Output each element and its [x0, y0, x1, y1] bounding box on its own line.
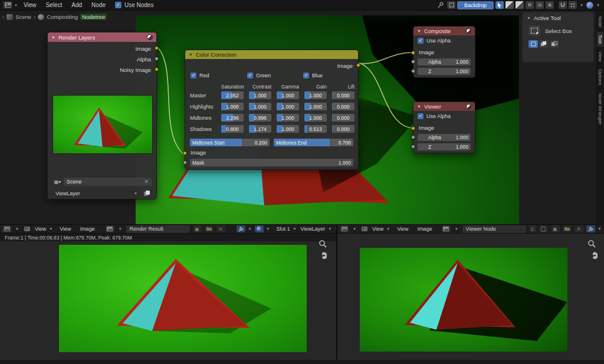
compositor-area[interactable]: ‹ Scene › Compositing Nodetree ▼ Render …	[0, 11, 604, 224]
value-slider-shadows-1[interactable]: 1.174	[249, 125, 271, 133]
use-alpha-checkbox[interactable]	[418, 38, 424, 44]
breadcrumb-scene[interactable]: Scene	[15, 14, 31, 20]
value-slider-midtones-0[interactable]: 2.296	[221, 114, 244, 122]
channel-g-button[interactable]: G	[536, 1, 544, 9]
image-editor-right[interactable]: ▼ View ▼ View Image ▼ Viewer Node 2 ▣	[337, 225, 604, 360]
color-correction-header[interactable]: ▼ Color Correction	[185, 50, 358, 59]
value-slider-highlights-0[interactable]: 1.000	[221, 103, 244, 110]
sidebar-tab-tool[interactable]: Tool	[597, 32, 603, 47]
menu-node[interactable]: Node	[87, 0, 110, 11]
alpha-input-socket[interactable]	[411, 60, 415, 64]
use-nodes-toggle[interactable]: Use Nodes	[115, 2, 153, 8]
output-socket[interactable]	[155, 57, 159, 61]
proportional-edit-icon[interactable]	[569, 1, 577, 9]
value-slider-midtones-2[interactable]: 1.000	[277, 114, 299, 122]
image-browse-icon[interactable]	[106, 225, 114, 232]
viewer-header[interactable]: ▼ Viewer	[413, 102, 475, 111]
mask-slider[interactable]: Mask 1.000	[190, 159, 353, 166]
value-slider-midtones-4[interactable]: 0.000	[332, 114, 354, 122]
value-slider-master-2[interactable]: 1.000	[277, 91, 299, 99]
use-alpha-toggle[interactable]: Use Alpha	[418, 38, 451, 44]
value-slider-master-1[interactable]: 1.000	[249, 91, 271, 99]
menu-view[interactable]: View	[19, 0, 41, 11]
z-input-socket[interactable]	[411, 145, 415, 149]
backdrop-button[interactable]: Backdrop	[457, 1, 494, 9]
value-slider-highlights-1[interactable]: 1.000	[249, 103, 271, 110]
alpha-input-socket[interactable]	[411, 135, 415, 139]
tool-mode-new-icon[interactable]	[528, 40, 538, 48]
pin-icon[interactable]	[438, 2, 444, 8]
scene-browse-icon[interactable]: ▦▾	[52, 178, 63, 186]
shading-sphere-icon[interactable]	[586, 2, 593, 9]
unlink-image-icon[interactable]: ✕	[575, 225, 583, 232]
render-layers-header[interactable]: ▼ Render Layers	[48, 32, 156, 42]
value-slider-master-4[interactable]: 0.000	[332, 91, 354, 99]
image-browse-chevron-icon[interactable]: ▼	[119, 227, 122, 231]
value-slider-shadows-4[interactable]: 0.000	[332, 125, 354, 133]
channel-b-button[interactable]: B	[546, 1, 554, 9]
back-chevron-icon[interactable]: ‹	[2, 14, 4, 20]
channel-toggle-green[interactable]: Green	[247, 73, 271, 78]
slot-dropdown[interactable]: Slot 1▼	[277, 226, 298, 232]
channel-checkbox[interactable]	[303, 73, 309, 78]
image-editor-left[interactable]: ▼ View ▼ View Image ▼ Render Result ▣ ✕	[0, 225, 336, 360]
pan-hand-icon[interactable]	[591, 251, 599, 260]
sidebar-tab-node[interactable]: Node	[597, 13, 603, 30]
color-correction-node[interactable]: ▼ Color Correction Image RedGreenBlue Sa…	[185, 50, 359, 170]
alpha-slider[interactable]: Alpha 1.000	[418, 134, 471, 141]
mask-input-socket[interactable]	[183, 160, 187, 165]
collapse-chevron-icon[interactable]: ▼	[189, 53, 193, 57]
value-slider-shadows-0[interactable]: 0.800	[221, 125, 244, 133]
value-slider-highlights-2[interactable]: 1.000	[277, 103, 299, 110]
image-input-socket[interactable]	[411, 51, 415, 55]
value-slider-master-3[interactable]: 1.000	[304, 91, 327, 99]
image-output-socket[interactable]	[356, 63, 360, 67]
panel-chevron-icon[interactable]: ▼	[527, 16, 531, 20]
channel-toggle-red[interactable]: Red	[191, 73, 209, 78]
viewer-node[interactable]: ▼ Viewer Use Alpha Image Alpha 1.000 Z 1…	[413, 101, 475, 153]
image-name-field[interactable]: Viewer Node	[462, 225, 526, 233]
sidebar-tab-view[interactable]: View	[597, 48, 603, 64]
new-image-icon[interactable]: ▣	[551, 225, 560, 232]
value-slider-highlights-4[interactable]: 0.000	[332, 103, 354, 110]
pin-image-icon[interactable]	[237, 225, 245, 232]
image-ball-icon[interactable]	[255, 225, 264, 232]
image-browse-icon[interactable]	[442, 225, 451, 232]
mode-dropdown[interactable]: View ▼	[35, 226, 54, 232]
alpha-slider[interactable]: Alpha 1.000	[418, 58, 471, 65]
menu-view[interactable]: View	[57, 224, 74, 234]
output-socket[interactable]	[155, 46, 159, 50]
breadcrumb-tree-name[interactable]: Nodetree	[80, 14, 107, 20]
image-input-socket[interactable]	[183, 151, 187, 155]
snap-magnet-icon[interactable]	[559, 1, 567, 9]
menu-image[interactable]: Image	[77, 224, 98, 234]
output-socket[interactable]	[155, 67, 159, 71]
vertical-divider[interactable]	[336, 225, 337, 360]
menu-add[interactable]: Add	[67, 0, 87, 11]
z-slider[interactable]: Z 1.000	[418, 68, 471, 75]
render-layer-button[interactable]	[142, 189, 152, 198]
menu-view[interactable]: View	[394, 224, 411, 234]
editor-type-chevron-icon[interactable]: ▼	[15, 227, 19, 231]
panel-header[interactable]: ▼ Active Tool	[523, 12, 593, 24]
collapse-chevron-icon[interactable]: ▼	[417, 104, 421, 109]
select-box-tool-icon[interactable]	[528, 25, 540, 36]
collapse-chevron-icon[interactable]: ▼	[51, 35, 55, 40]
cursor-tool-icon[interactable]	[495, 1, 504, 9]
channel-checkbox[interactable]	[247, 73, 253, 78]
use-alpha-checkbox[interactable]	[418, 113, 424, 119]
fake-user-shield-icon[interactable]	[539, 225, 548, 232]
horizontal-divider[interactable]	[0, 224, 604, 225]
scene-clear-icon[interactable]: ✕	[144, 179, 149, 185]
layer-dropdown[interactable]: ViewLayer▼	[300, 226, 333, 232]
image-canvas-right[interactable]	[337, 234, 604, 360]
channel-r-button[interactable]: R	[526, 1, 534, 9]
image-name-field[interactable]: Render Result	[126, 225, 190, 233]
midtones-end-slider[interactable]: Midtones End 0.700	[274, 139, 353, 146]
mode-dropdown[interactable]: View ▼	[372, 226, 391, 232]
sidebar-tab-node-wrangler[interactable]: Node Wrangler	[597, 90, 603, 128]
composite-node[interactable]: ▼ Composite Use Alpha Image Alpha 1.000 …	[413, 26, 475, 78]
unlink-image-icon[interactable]: ✕	[216, 225, 225, 232]
midtones-start-slider[interactable]: Midtones Start 0.200	[190, 139, 270, 146]
scene-field[interactable]: Scene ✕	[64, 178, 152, 186]
